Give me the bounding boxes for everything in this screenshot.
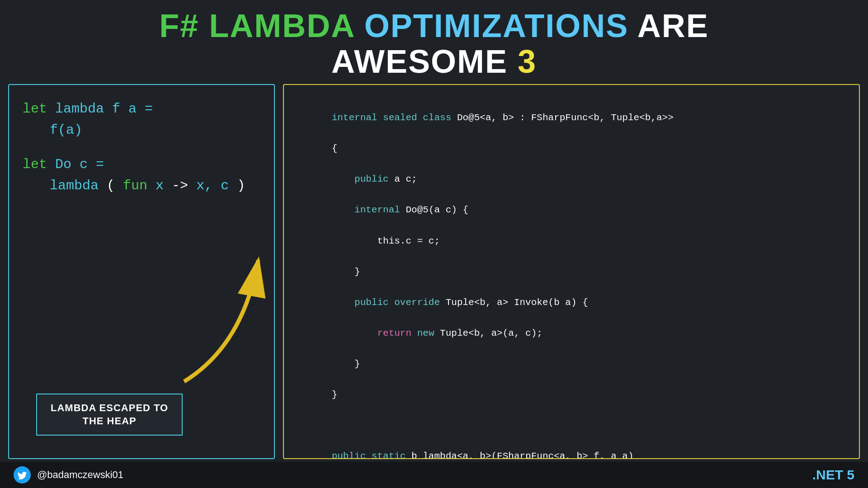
title-lambda: LAMBDA xyxy=(209,8,354,44)
code-block1: let lambda f a = f(a) xyxy=(23,99,260,141)
footer-dotnet: .NET 5 xyxy=(812,467,854,483)
title-are: ARE xyxy=(637,8,709,44)
code-line-1: let lambda f a = xyxy=(23,99,260,120)
code-line-3: let Do c = xyxy=(23,154,260,175)
footer-handle: @badamczewski01 xyxy=(37,469,123,481)
right-panel: internal sealed class Do@5<a, b> : FShar… xyxy=(283,84,860,459)
footer-left: @badamczewski01 xyxy=(14,466,123,483)
title-number: 3 xyxy=(518,43,537,80)
footer: @badamczewski01 .NET 5 xyxy=(0,462,868,488)
code-line-2: f(a) xyxy=(50,120,260,141)
label-line1: LAMBDA ESCAPED TO xyxy=(51,402,168,415)
title-line1: F# LAMBDA OPTIMIZATIONS ARE xyxy=(0,8,868,44)
header: F# LAMBDA OPTIMIZATIONS ARE AWESOME 3 xyxy=(0,0,868,84)
title-awesome: AWESOME xyxy=(331,43,508,80)
content: let lambda f a = f(a) let Do c = lambda … xyxy=(0,84,868,459)
label-line2: THE HEAP xyxy=(51,415,168,428)
left-panel: let lambda f a = f(a) let Do c = lambda … xyxy=(8,84,275,459)
title-fsharp: F# xyxy=(159,8,199,44)
fsharp-code: let lambda f a = f(a) let Do c = lambda … xyxy=(23,99,260,196)
title-optimizations: OPTIMIZATIONS xyxy=(364,8,629,44)
title-line2: AWESOME 3 xyxy=(0,44,868,80)
csharp-code: internal sealed class Do@5<a, b> : FShar… xyxy=(297,95,845,459)
lambda-escaped-label: LAMBDA ESCAPED TO THE HEAP xyxy=(36,394,183,436)
code-block2: let Do c = lambda ( fun x -> x, c ) xyxy=(23,154,260,196)
code-line-4: lambda ( fun x -> x, c ) xyxy=(50,175,260,197)
twitter-icon xyxy=(14,466,31,483)
